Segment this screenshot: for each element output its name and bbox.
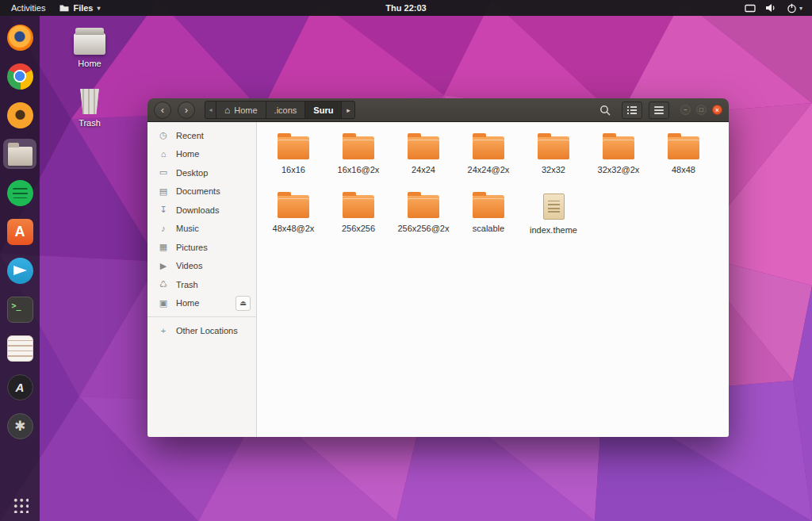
- clock[interactable]: Thu 22:03: [0, 3, 812, 13]
- desktop-icon-home[interactable]: Home: [64, 33, 115, 68]
- path-segment-icons[interactable]: .icons: [266, 102, 306, 118]
- folder-icon: [668, 136, 699, 159]
- volume-icon[interactable]: [765, 3, 777, 13]
- display-arrangement-icon[interactable]: [745, 4, 756, 13]
- path-bar: ◂ ⌂ Home .icons Suru ▸: [205, 101, 355, 119]
- folder-icon: [278, 195, 309, 218]
- sidebar-item-trash[interactable]: ♺ Trash: [147, 275, 256, 294]
- file-item[interactable]: 16x16@2x: [326, 132, 391, 190]
- desktop-icon-label: Trash: [79, 118, 101, 128]
- back-button[interactable]: ‹: [154, 102, 171, 119]
- file-item[interactable]: index.theme: [521, 190, 586, 249]
- file-item[interactable]: 48x48@2x: [261, 190, 326, 249]
- power-status-icon[interactable]: ▾: [787, 3, 802, 13]
- sidebar: ◷ Recent ⌂ Home ▭ Desktop ▤ Documents ↧ …: [147, 122, 257, 437]
- folder-icon: [538, 136, 569, 159]
- app-menu-label: Files: [73, 3, 93, 13]
- ubuntu-software-icon: A: [7, 219, 33, 245]
- path-scroll-left-icon[interactable]: ◂: [205, 102, 216, 118]
- sidebar-separator: [147, 316, 256, 317]
- folder-icon: [473, 136, 504, 159]
- window-body: ◷ Recent ⌂ Home ▭ Desktop ▤ Documents ↧ …: [147, 122, 729, 437]
- file-item[interactable]: 24x24: [391, 132, 456, 190]
- files-window: ‹ › ◂ ⌂ Home .icons Suru ▸: [147, 98, 729, 437]
- sidebar-item-home-drive[interactable]: ▣ Home ⏏: [147, 294, 256, 313]
- window-controls: − □ ×: [680, 105, 722, 115]
- eject-button[interactable]: ⏏: [236, 296, 251, 311]
- chrome-icon: [7, 63, 33, 90]
- dock-item-terminal[interactable]: >_: [3, 294, 36, 324]
- trash-icon: [79, 89, 101, 114]
- home-folder-icon: [74, 33, 105, 55]
- path-expand-button[interactable]: ▸: [342, 102, 354, 118]
- dock-item-ubuntu-software[interactable]: A: [3, 216, 36, 247]
- audio-app-icon: A: [7, 374, 33, 400]
- picture-icon: ▦: [158, 242, 169, 252]
- top-bar: Activities Files ▾ Thu 22:03 ▾: [0, 0, 812, 16]
- close-button[interactable]: ×: [712, 105, 722, 115]
- activities-button[interactable]: Activities: [8, 2, 48, 14]
- file-item[interactable]: 48x48: [651, 132, 716, 190]
- folder-icon: [603, 136, 634, 159]
- sidebar-item-pictures[interactable]: ▦ Pictures: [147, 238, 256, 257]
- path-segment-home[interactable]: ⌂ Home: [216, 102, 266, 118]
- dock-item-firefox[interactable]: [3, 22, 36, 52]
- dock-item-text-editor[interactable]: [3, 333, 36, 363]
- dock-item-cheese[interactable]: [3, 100, 36, 130]
- path-segment-label: Suru: [313, 105, 333, 115]
- forward-button[interactable]: ›: [178, 102, 195, 119]
- path-segment-suru[interactable]: Suru: [305, 102, 342, 118]
- music-note-icon: ♪: [158, 224, 169, 233]
- folder-icon: [343, 195, 374, 218]
- hamburger-icon: [654, 109, 664, 111]
- sidebar-item-downloads[interactable]: ↧ Downloads: [147, 201, 256, 220]
- desktop-icon-trash[interactable]: Trash: [64, 89, 115, 128]
- menu-button[interactable]: [649, 102, 669, 119]
- download-icon: ↧: [158, 205, 169, 215]
- folder-icon: [408, 195, 439, 218]
- folder-icon: [473, 195, 504, 218]
- sidebar-item-desktop[interactable]: ▭ Desktop: [147, 163, 256, 182]
- path-segment-label: Home: [234, 105, 257, 115]
- app-menu-button[interactable]: Files ▾: [59, 3, 100, 13]
- file-item[interactable]: 24x24@2x: [456, 132, 521, 190]
- file-item[interactable]: 16x16: [261, 132, 326, 190]
- dock-item-chrome[interactable]: [3, 61, 36, 91]
- search-button[interactable]: [595, 102, 615, 119]
- maximize-button[interactable]: □: [696, 105, 707, 115]
- sidebar-item-videos[interactable]: ▶ Videos: [147, 257, 256, 276]
- trash-icon: ♺: [158, 279, 169, 289]
- view-toggle-button[interactable]: [622, 102, 642, 119]
- file-item[interactable]: 32x32: [521, 132, 586, 190]
- chevron-down-icon: ▾: [97, 5, 100, 12]
- home-icon: ⌂: [158, 149, 169, 159]
- sidebar-item-documents[interactable]: ▤ Documents: [147, 182, 256, 201]
- theme-file-icon: [543, 193, 565, 220]
- file-item[interactable]: 32x32@2x: [586, 132, 651, 190]
- plus-icon: +: [158, 326, 169, 335]
- drive-icon: ▣: [158, 298, 169, 308]
- sidebar-item-other-locations[interactable]: + Other Locations: [147, 321, 256, 340]
- file-item[interactable]: 256x256: [326, 190, 391, 249]
- file-item[interactable]: 256x256@2x: [391, 190, 456, 249]
- terminal-icon: >_: [7, 297, 33, 323]
- dock-item-tweaks[interactable]: ✱: [3, 411, 36, 441]
- dock: A >_ A ✱: [0, 16, 40, 521]
- file-item[interactable]: scalable: [456, 190, 521, 249]
- show-applications-button[interactable]: [12, 496, 29, 513]
- headerbar[interactable]: ‹ › ◂ ⌂ Home .icons Suru ▸: [147, 98, 729, 122]
- dock-item-files[interactable]: [3, 139, 36, 169]
- sidebar-item-music[interactable]: ♪ Music: [147, 220, 256, 239]
- list-view-icon: [626, 105, 638, 115]
- home-icon: ⌂: [224, 105, 230, 116]
- dock-item-spotify[interactable]: [3, 178, 36, 208]
- files-app-icon: [8, 147, 33, 166]
- dock-item-audio-app[interactable]: A: [3, 372, 36, 402]
- gear-icon: ✱: [7, 413, 33, 439]
- sidebar-item-home[interactable]: ⌂ Home: [147, 145, 256, 164]
- dock-item-telegram[interactable]: [3, 255, 36, 285]
- path-segment-label: .icons: [274, 105, 297, 115]
- files-app-icon: [59, 4, 69, 12]
- minimize-button[interactable]: −: [680, 105, 691, 115]
- sidebar-item-recent[interactable]: ◷ Recent: [147, 126, 256, 145]
